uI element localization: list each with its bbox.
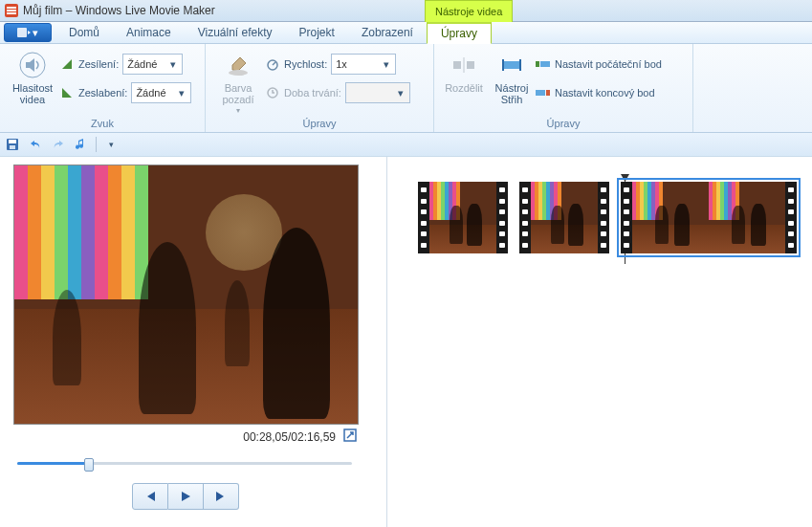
time-display: 00:28,05/02:16,59: [243, 430, 336, 444]
chevron-down-icon: ▾: [166, 58, 180, 71]
svg-rect-3: [7, 12, 16, 14]
app-icon: [4, 3, 19, 18]
svg-rect-2: [7, 10, 16, 11]
quick-access-toolbar: ▾: [0, 133, 812, 157]
video-volume-button[interactable]: Hlasitost videa: [6, 46, 59, 105]
split-button: Rozdělit: [440, 46, 488, 94]
split-label: Rozdělit: [445, 82, 483, 94]
svg-rect-16: [546, 90, 550, 96]
ribbon-group-sound: Hlasitost videa Zesílení: Žádné▾ Zeslabe…: [0, 44, 206, 132]
duration-label: Doba trvání:: [284, 87, 341, 99]
group-label-edit-1: Úpravy: [211, 117, 428, 132]
title-bar: Můj film – Windows Live Movie Maker Nást…: [0, 0, 812, 22]
tab-visual-effects[interactable]: Vizuální efekty: [185, 22, 286, 43]
fade-out-combo[interactable]: Žádné▾: [131, 82, 191, 103]
file-menu-button[interactable]: ▾: [4, 23, 52, 42]
seek-slider[interactable]: [17, 456, 352, 470]
svg-rect-12: [503, 61, 520, 69]
svg-point-6: [229, 70, 248, 76]
redo-button[interactable]: [50, 136, 67, 153]
svg-rect-15: [536, 90, 545, 96]
ribbon: Hlasitost videa Zesílení: Žádné▾ Zeslabe…: [0, 44, 812, 133]
ribbon-group-edit-2: Rozdělit Nástroj Střih Nastavit počátečn…: [434, 44, 693, 132]
play-button[interactable]: [168, 483, 204, 510]
time-display-row: 00:28,05/02:16,59: [13, 425, 364, 445]
group-label-sound: Zvuk: [6, 117, 199, 132]
speed-label: Rychlost:: [284, 58, 327, 70]
svg-rect-1: [7, 7, 16, 9]
tab-home[interactable]: Domů: [55, 22, 113, 43]
fade-in-row: Zesílení: Žádné▾: [59, 52, 191, 77]
playback-controls: [13, 483, 357, 510]
group-label-edit-2: Úpravy: [440, 117, 687, 132]
speed-row: Rychlost: 1x▾: [265, 52, 410, 77]
svg-rect-9: [453, 61, 461, 69]
speedometer-icon: [265, 56, 280, 72]
trim-tool-label: Nástroj Střih: [495, 82, 529, 105]
fade-out-icon: [59, 85, 75, 100]
tab-project[interactable]: Projekt: [286, 22, 348, 43]
tab-animations[interactable]: Animace: [113, 22, 185, 43]
fade-out-row: Zeslabení: Žádné▾: [59, 80, 191, 105]
content-area: 00:28,05/02:16,59: [0, 157, 812, 527]
svg-rect-18: [9, 140, 16, 143]
preview-pane: 00:28,05/02:16,59: [0, 157, 387, 527]
qat-customize[interactable]: ▾: [102, 136, 120, 153]
chevron-down-icon: ▾: [380, 58, 393, 71]
video-preview[interactable]: [13, 165, 359, 425]
clip-2[interactable]: [519, 182, 609, 253]
trim-tool-button[interactable]: Nástroj Střih: [488, 46, 536, 105]
set-end-row[interactable]: Nastavit koncový bod: [536, 80, 666, 105]
svg-rect-19: [10, 145, 15, 149]
save-button[interactable]: [4, 136, 21, 153]
music-note-icon[interactable]: [73, 136, 90, 153]
clip-1[interactable]: [418, 182, 508, 253]
background-color-label: Barva pozadí: [222, 82, 253, 105]
set-start-icon: [536, 56, 551, 72]
chevron-down-icon: ▾: [175, 87, 188, 99]
fade-in-label: Zesílení:: [78, 58, 119, 70]
svg-rect-10: [467, 61, 474, 69]
tab-edit[interactable]: Úpravy: [427, 22, 492, 44]
chevron-down-icon: ▾: [236, 105, 240, 117]
set-start-label: Nastavit počáteční bod: [555, 58, 662, 70]
background-color-button: Barva pozadí ▾: [211, 46, 265, 117]
fullscreen-button[interactable]: [343, 428, 357, 445]
svg-rect-14: [540, 61, 550, 67]
set-end-icon: [536, 85, 551, 100]
window-title: Můj film – Windows Live Movie Maker: [23, 4, 215, 17]
chevron-down-icon: ▾: [394, 87, 407, 99]
svg-rect-13: [536, 61, 539, 67]
undo-button[interactable]: [27, 136, 44, 153]
next-frame-button[interactable]: [204, 483, 239, 510]
svg-rect-4: [17, 28, 27, 37]
ribbon-group-edit-1: Barva pozadí ▾ Rychlost: 1x▾ Doba trvání…: [206, 44, 434, 132]
speaker-icon: [17, 50, 48, 80]
tab-view[interactable]: Zobrazení: [348, 22, 427, 43]
contextual-tab-header: Nástroje videa: [425, 0, 513, 22]
trim-icon: [496, 50, 527, 80]
set-end-label: Nastavit koncový bod: [555, 87, 655, 99]
fade-out-label: Zeslabení:: [78, 87, 127, 99]
menu-bar: ▾ Domů Animace Vizuální efekty Projekt Z…: [0, 22, 812, 44]
duration-row: Doba trvání: ▾: [265, 80, 410, 105]
separator: [96, 137, 97, 152]
prev-frame-button[interactable]: [132, 483, 168, 510]
fade-in-icon: [59, 56, 75, 72]
set-start-row[interactable]: Nastavit počáteční bod: [536, 52, 666, 77]
speed-combo[interactable]: 1x▾: [331, 54, 396, 75]
video-volume-label: Hlasitost videa: [12, 82, 53, 105]
split-icon: [449, 50, 479, 80]
clock-icon: [265, 85, 280, 100]
timeline-pane[interactable]: [387, 157, 812, 527]
clip-3[interactable]: [621, 182, 797, 253]
duration-combo: ▾: [345, 82, 410, 103]
paint-bucket-icon: [223, 50, 253, 80]
fade-in-combo[interactable]: Žádné▾: [122, 54, 183, 75]
